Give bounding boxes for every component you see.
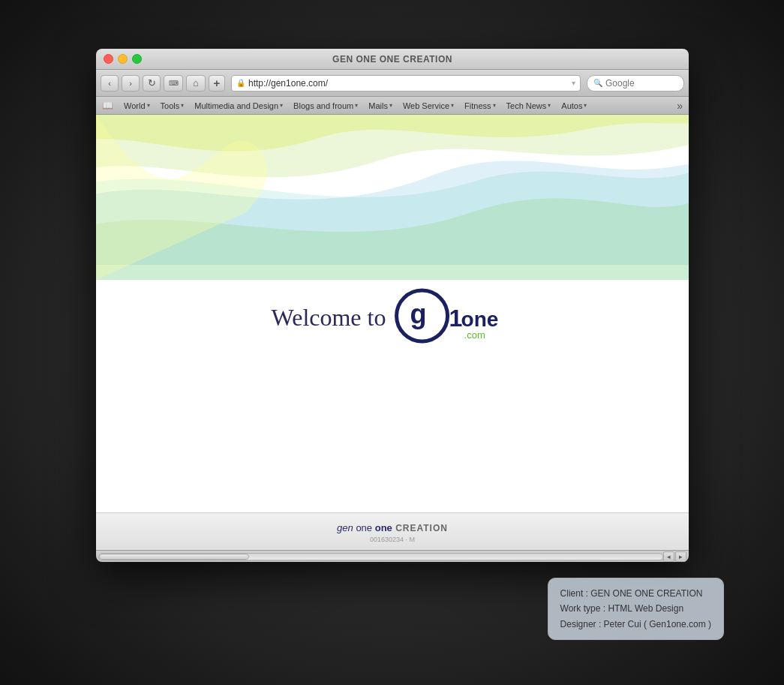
- svg-text:g: g: [410, 299, 426, 329]
- svg-text:.com: .com: [464, 329, 485, 341]
- footer-one1: one: [353, 522, 372, 533]
- info-client: Client : GEN ONE ONE CREATION: [560, 586, 711, 601]
- bookmark-autos[interactable]: Autos▾: [557, 100, 591, 112]
- forward-button[interactable]: ›: [122, 75, 140, 92]
- info-worktype: Work type : HTML Web Design: [560, 601, 711, 616]
- new-tab-button[interactable]: +: [209, 75, 225, 92]
- bookmark-technews[interactable]: Tech News▾: [502, 100, 556, 112]
- bookmark-webservice[interactable]: Web Service▾: [398, 100, 458, 112]
- minimize-button[interactable]: [118, 54, 128, 64]
- favicon-icon: 🔒: [236, 79, 245, 87]
- bookmark-world[interactable]: World▾: [119, 100, 155, 112]
- title-bar: GEN ONE ONE CREATION: [96, 49, 689, 70]
- footer-one2: one: [372, 522, 392, 533]
- scroll-buttons: ◂ ▸: [663, 551, 686, 562]
- bookmark-multimedia[interactable]: Multimedia and Design▾: [190, 100, 287, 112]
- info-designer: Designer : Peter Cui ( Gen1one.com ): [560, 617, 711, 632]
- footer-sub: 001630234 · M: [370, 536, 415, 543]
- footer-creation: CREATION: [392, 523, 448, 533]
- scrollbar: ◂ ▸: [96, 550, 689, 562]
- bookmarks-icon: 📖: [102, 101, 113, 111]
- maximize-button[interactable]: [132, 54, 142, 64]
- scroll-right-arrow[interactable]: ▸: [675, 551, 686, 562]
- toolbar: ‹ › ↻ ⌨ ⌂ + 🔒 ▾ 🔍: [96, 70, 689, 97]
- search-bar-container: 🔍: [587, 75, 684, 92]
- back-button[interactable]: ‹: [101, 75, 119, 92]
- footer-logo: gen one one CREATION: [337, 521, 448, 534]
- welcome-area: Welcome to g 1 one .com: [272, 287, 514, 347]
- wave-background: [96, 115, 689, 280]
- address-input[interactable]: [248, 78, 569, 89]
- scroll-thumb[interactable]: [99, 554, 249, 560]
- browser-window: GEN ONE ONE CREATION ‹ › ↻ ⌨ ⌂ + 🔒 ▾ 🔍 📖…: [96, 49, 689, 562]
- home-button[interactable]: ⌂: [186, 75, 206, 92]
- footer-gen: gen: [337, 522, 353, 533]
- reload-button[interactable]: ↻: [143, 75, 161, 92]
- bookmarks-bar: 📖 World▾ Tools▾ Multimedia and Design▾ B…: [96, 97, 689, 115]
- address-dropdown-icon[interactable]: ▾: [572, 79, 575, 87]
- bookmark-blogs[interactable]: Blogs and froum▾: [289, 100, 362, 112]
- keyboard-button[interactable]: ⌨: [164, 75, 183, 92]
- address-bar-container: 🔒 ▾: [231, 75, 581, 92]
- bookmark-fitness[interactable]: Fitness▾: [460, 100, 500, 112]
- bookmark-mails[interactable]: Mails▾: [364, 100, 397, 112]
- search-icon: 🔍: [593, 79, 602, 87]
- window-controls: [104, 54, 142, 64]
- scroll-track[interactable]: [98, 553, 663, 560]
- welcome-text: Welcome to: [272, 304, 386, 332]
- window-title: GEN ONE ONE CREATION: [332, 54, 452, 65]
- footer-strip: gen one one CREATION 001630234 · M: [96, 512, 689, 550]
- svg-text:one: one: [461, 308, 498, 331]
- site-logo: g 1 one .com: [393, 287, 513, 347]
- scroll-left-arrow[interactable]: ◂: [663, 551, 674, 562]
- close-button[interactable]: [104, 54, 113, 64]
- info-card: Client : GEN ONE ONE CREATION Work type …: [548, 578, 724, 640]
- web-content: Welcome to g 1 one .com gen one one CREA…: [96, 115, 689, 550]
- more-bookmarks-button[interactable]: »: [677, 100, 683, 112]
- search-input[interactable]: [605, 78, 673, 89]
- bookmark-tools[interactable]: Tools▾: [156, 100, 189, 112]
